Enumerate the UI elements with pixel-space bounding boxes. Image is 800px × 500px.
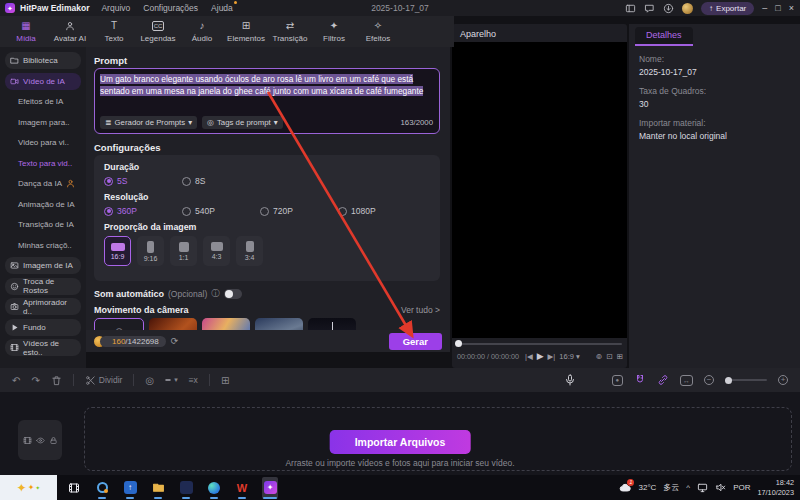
- sidebar-item-efeitos-de-ia[interactable]: Efeitos de IA: [5, 93, 81, 110]
- crop-icon[interactable]: ⊡: [606, 352, 612, 361]
- radio-8s[interactable]: 8S: [182, 176, 260, 186]
- generate-button[interactable]: Gerar: [389, 333, 442, 350]
- sidebar-item-video-para[interactable]: Video para vi..: [5, 134, 81, 151]
- link-icon[interactable]: [657, 374, 669, 386]
- prompt-text[interactable]: Um gato branco elegante usando óculos de…: [100, 73, 434, 97]
- snapshot-icon[interactable]: ⊚: [596, 352, 602, 361]
- remove-subtitles-icon[interactable]: ≡x: [189, 375, 198, 385]
- radio-1080p[interactable]: 1080P: [338, 206, 416, 216]
- zoom-slider-handle[interactable]: [725, 377, 732, 384]
- zoom-in-icon[interactable]: +: [778, 375, 788, 385]
- sidebar-item-videos-de-estoque[interactable]: Vídeos de esto..: [5, 339, 81, 356]
- tab-detalhes[interactable]: Detalhes: [635, 27, 693, 46]
- sidebar-item-transicao-de-ia[interactable]: Transição de IA: [5, 216, 81, 233]
- wps-office-icon[interactable]: W: [234, 477, 250, 499]
- timeline-zoom-slider[interactable]: [725, 379, 767, 381]
- volume-muted-icon[interactable]: [715, 482, 726, 493]
- sidebar-item-biblioteca[interactable]: Biblioteca: [5, 52, 81, 69]
- taskbar-clock[interactable]: 18:4217/10/2023: [757, 478, 794, 496]
- language-indicator[interactable]: POR: [733, 483, 750, 492]
- hitpaw-edimakor-taskbar-icon[interactable]: ✦: [262, 477, 278, 499]
- track-lock-icon[interactable]: [49, 436, 58, 445]
- seek-handle[interactable]: [455, 340, 462, 347]
- sidebar-item-aprimorador[interactable]: Aprimorador d..: [5, 298, 81, 315]
- tray-temperature[interactable]: 32°C: [638, 483, 656, 492]
- menu-ajuda[interactable]: Ajuda: [211, 3, 233, 13]
- task-view-icon[interactable]: [66, 477, 82, 499]
- tab-audio[interactable]: ♪Áudio: [180, 16, 224, 47]
- weather-cloud-icon[interactable]: 1: [619, 482, 631, 494]
- badge-icon[interactable]: ◎: [145, 375, 154, 386]
- close-button[interactable]: ×: [789, 3, 794, 13]
- minimize-button[interactable]: –: [762, 3, 767, 13]
- zoom-out-icon[interactable]: −: [704, 375, 714, 385]
- radio-360p[interactable]: 360P: [104, 206, 182, 216]
- tab-midia[interactable]: ▦Mídia: [4, 16, 48, 47]
- previous-frame-icon[interactable]: |◀: [525, 352, 533, 361]
- microphone-icon[interactable]: [564, 374, 576, 386]
- radio-5s[interactable]: 5S: [104, 176, 182, 186]
- user-avatar[interactable]: [682, 3, 693, 14]
- sidebar-item-danca-da-ia[interactable]: Dança da IA: [5, 175, 81, 192]
- tab-filtros[interactable]: ✦Filtros: [312, 16, 356, 47]
- magnet-icon[interactable]: [634, 374, 646, 386]
- aspect-1-1[interactable]: 1:1: [170, 236, 197, 266]
- import-files-button[interactable]: Importar Arquivos: [330, 430, 471, 454]
- aspect-4-3[interactable]: 4:3: [203, 236, 230, 266]
- search-app-icon[interactable]: [94, 477, 110, 499]
- split-button[interactable]: Dividir: [85, 375, 123, 386]
- sidebar-item-fundo[interactable]: Fundo: [5, 319, 81, 336]
- auto-sound-toggle[interactable]: [224, 289, 242, 299]
- see-all-link[interactable]: Ver tudo >: [401, 305, 440, 315]
- track-film-icon[interactable]: [23, 436, 32, 445]
- taskbar-weather-widget[interactable]: ✦✦✦: [0, 475, 57, 500]
- redo-icon[interactable]: ↷: [31, 375, 39, 386]
- radio-540p[interactable]: 540P: [182, 206, 260, 216]
- prompt-generator-button[interactable]: ≣Gerador de Prompts▾: [100, 116, 197, 129]
- play-icon[interactable]: ▶: [537, 351, 544, 361]
- sidebar-item-video-de-ia[interactable]: Vídeo de IA: [5, 73, 81, 90]
- hidden-icons-caret[interactable]: ^: [686, 483, 690, 492]
- maximize-button[interactable]: □: [775, 3, 780, 13]
- radio-720p[interactable]: 720P: [260, 206, 338, 216]
- next-frame-icon[interactable]: ▶|: [548, 352, 556, 361]
- tab-transicao[interactable]: ⇄Transição: [268, 16, 312, 47]
- menu-arquivo[interactable]: Arquivo: [101, 3, 130, 13]
- sidebar-item-imagem-de-ia[interactable]: Imagem de IA: [5, 257, 81, 274]
- prompt-box[interactable]: Um gato branco elegante usando óculos de…: [94, 68, 440, 134]
- ripple-edit-icon[interactable]: ↔: [680, 375, 693, 386]
- sidebar-item-animacao-de-ia[interactable]: Animação de IA: [5, 196, 81, 213]
- pinned-app-icon[interactable]: ↑: [122, 477, 138, 499]
- aspect-16-9[interactable]: 16:9: [104, 236, 131, 266]
- tab-avatar-ai[interactable]: Avatar AI: [48, 16, 92, 47]
- tab-texto[interactable]: TTexto: [92, 16, 136, 47]
- tab-legendas[interactable]: CCLegendas: [136, 16, 180, 47]
- download-icon[interactable]: [663, 3, 674, 14]
- tray-weather-desc[interactable]: 多云: [663, 482, 679, 493]
- seek-bar[interactable]: [457, 343, 622, 345]
- trash-icon[interactable]: [51, 375, 62, 386]
- text-style-button[interactable]: ▾: [165, 376, 178, 384]
- prompt-tags-button[interactable]: ◎Tags de prompt▾: [202, 116, 282, 129]
- layout-panels-icon[interactable]: [625, 3, 636, 14]
- file-explorer-icon[interactable]: [150, 477, 166, 499]
- undo-icon[interactable]: ↶: [12, 375, 20, 386]
- sidebar-item-troca-de-rostos[interactable]: Troca de Rostos: [5, 278, 81, 295]
- sidebar-item-texto-para-video[interactable]: Texto para vid..: [5, 155, 81, 172]
- aspect-9-16[interactable]: 9:16: [137, 236, 164, 266]
- keyframe-icon[interactable]: ●: [612, 375, 623, 386]
- aspect-3-4[interactable]: 3:4: [236, 236, 263, 266]
- menu-configuracoes[interactable]: Configurações: [143, 3, 198, 13]
- dark-app-icon[interactable]: [178, 477, 194, 499]
- export-button[interactable]: ↑Exportar: [701, 2, 754, 15]
- sidebar-item-imagem-para[interactable]: Imagem para..: [5, 114, 81, 131]
- edge-browser-icon[interactable]: [206, 477, 222, 499]
- fullscreen-icon[interactable]: ⊞: [617, 352, 623, 361]
- feedback-icon[interactable]: [644, 3, 655, 14]
- network-icon[interactable]: [697, 482, 708, 493]
- refresh-icon[interactable]: ⟳: [171, 336, 179, 346]
- ratio-dropdown[interactable]: 16:9 ▾: [559, 352, 579, 361]
- tab-elementos[interactable]: ⊞Elementos: [224, 16, 268, 47]
- track-eye-icon[interactable]: [36, 436, 45, 445]
- sidebar-item-minhas-criacoes[interactable]: Minhas criaçõ..: [5, 237, 81, 254]
